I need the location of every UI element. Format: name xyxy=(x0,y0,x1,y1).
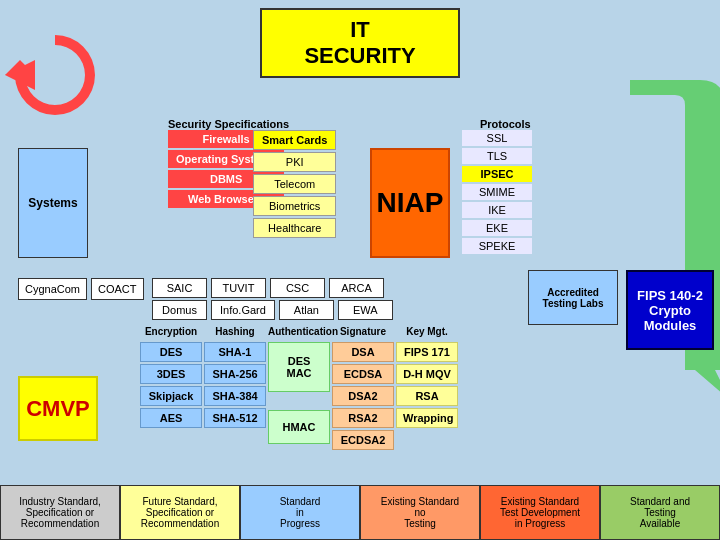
proto-speke: SPEKE xyxy=(462,238,532,254)
org-ewa: EWA xyxy=(338,300,393,320)
cat-authentication: Authentication xyxy=(268,326,330,337)
key-dhmqv: D-H MQV xyxy=(396,364,458,384)
cat-keymgt: Key Mgt. xyxy=(396,326,458,337)
sig-ecdsa2: ECDSA2 xyxy=(332,430,394,450)
proto-ssl: SSL xyxy=(462,130,532,146)
legend-existing-no-testing: Existing StandardnoTesting xyxy=(360,485,480,540)
proto-ike: IKE xyxy=(462,202,532,218)
org-domus: Domus xyxy=(152,300,207,320)
red-arrow-icon xyxy=(5,25,105,142)
enc-aes: AES xyxy=(140,408,202,428)
proto-smime: SMIME xyxy=(462,184,532,200)
org-row-bottom: Domus Info.Gard Atlan EWA xyxy=(152,300,393,320)
cat-headers-row: Encryption Hashing Authentication Signat… xyxy=(140,326,458,337)
org-infogard: Info.Gard xyxy=(211,300,275,320)
key-col: FIPS 171 D-H MQV RSA Wrapping xyxy=(396,342,458,450)
org-arca: ARCA xyxy=(329,278,384,298)
key-rsa: RSA xyxy=(396,386,458,406)
fips-box: FIPS 140-2 Crypto Modules xyxy=(626,270,714,350)
proto-eke: EKE xyxy=(462,220,532,236)
data-area: DES 3DES Skipjack AES SHA-1 SHA-256 SHA-… xyxy=(140,342,458,450)
accred-labs-box: Accredited Testing Labs xyxy=(528,270,618,325)
auth-hmac: HMAC xyxy=(268,410,330,444)
legend-standard-progress: StandardinProgress xyxy=(240,485,360,540)
proto-tls: TLS xyxy=(462,148,532,164)
org-tuvit: TUVIT xyxy=(211,278,266,298)
auth-desmac: DES MAC xyxy=(268,342,330,392)
legend-future: Future Standard,Specification orRecommen… xyxy=(120,485,240,540)
card-healthcare: Healthcare xyxy=(253,218,336,238)
niap-box: NIAP xyxy=(370,148,450,258)
hash-sha256: SHA-256 xyxy=(204,364,266,384)
key-fips171: FIPS 171 xyxy=(396,342,458,362)
enc-des: DES xyxy=(140,342,202,362)
sig-col: DSA ECDSA DSA2 RSA2 ECDSA2 xyxy=(332,342,394,450)
company-row: CygnaCom COACT xyxy=(18,278,144,300)
legend-row: Industry Standard,Specification orRecomm… xyxy=(0,485,720,540)
org-saic: SAIC xyxy=(152,278,207,298)
auth-col: DES MAC HMAC xyxy=(268,342,330,450)
hash-sha384: SHA-384 xyxy=(204,386,266,406)
cat-encryption: Encryption xyxy=(140,326,202,337)
card-biometrics: Biometrics xyxy=(253,196,336,216)
cat-signature: Signature xyxy=(332,326,394,337)
cmvp-box: CMVP xyxy=(18,376,98,441)
legend-existing-test-dev: Existing StandardTest Developmentin Prog… xyxy=(480,485,600,540)
main-title: IT SECURITY xyxy=(260,8,460,78)
card-smartcards: Smart Cards xyxy=(253,130,336,150)
company-cygnacom: CygnaCom xyxy=(18,278,87,300)
key-wrapping: Wrapping xyxy=(396,408,458,428)
green-arrow-icon xyxy=(610,80,720,442)
org-csc: CSC xyxy=(270,278,325,298)
org-row-top: SAIC TUVIT CSC ARCA xyxy=(152,278,384,298)
enc-col: DES 3DES Skipjack AES xyxy=(140,342,202,450)
sig-ecdsa: ECDSA xyxy=(332,364,394,384)
sig-dsa2: DSA2 xyxy=(332,386,394,406)
protocols-label: Protocols xyxy=(480,118,531,130)
card-pki: PKI xyxy=(253,152,336,172)
hash-sha512: SHA-512 xyxy=(204,408,266,428)
legend-industry: Industry Standard,Specification orRecomm… xyxy=(0,485,120,540)
org-atlan: Atlan xyxy=(279,300,334,320)
proto-ipsec: IPSEC xyxy=(462,166,532,182)
sig-rsa2: RSA2 xyxy=(332,408,394,428)
legend-standard-testing-available: Standard andTestingAvailable xyxy=(600,485,720,540)
company-coact: COACT xyxy=(91,278,144,300)
enc-3des: 3DES xyxy=(140,364,202,384)
sec-spec-label: Security Specifications xyxy=(168,118,289,130)
card-telecom: Telecom xyxy=(253,174,336,194)
hash-col: SHA-1 SHA-256 SHA-384 SHA-512 xyxy=(204,342,266,450)
systems-box: Systems xyxy=(18,148,88,258)
hash-sha1: SHA-1 xyxy=(204,342,266,362)
sig-dsa: DSA xyxy=(332,342,394,362)
protocols-col: SSL TLS IPSEC SMIME IKE EKE SPEKE xyxy=(462,130,532,254)
cat-hashing: Hashing xyxy=(204,326,266,337)
cards-col: Smart Cards PKI Telecom Biometrics Healt… xyxy=(253,130,336,238)
enc-skipjack: Skipjack xyxy=(140,386,202,406)
